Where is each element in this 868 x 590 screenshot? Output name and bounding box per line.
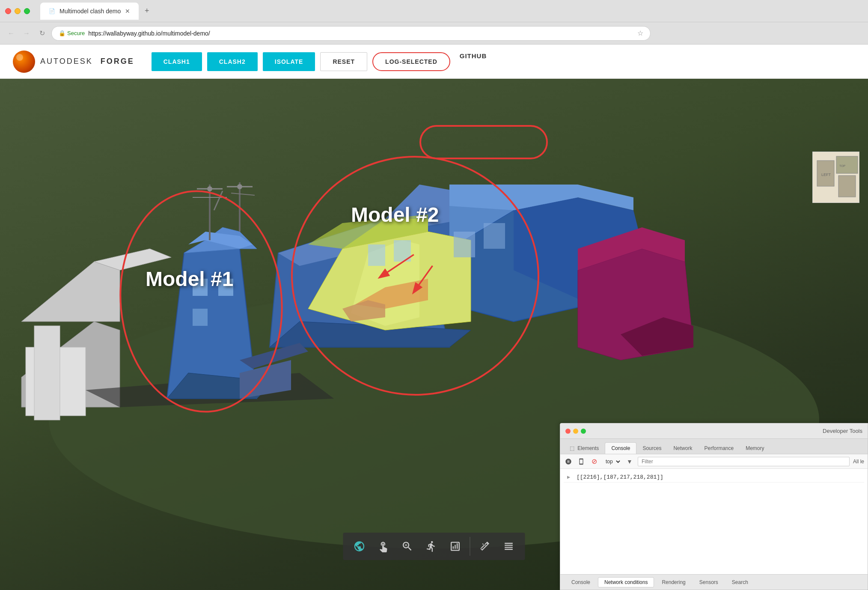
minimize-button[interactable] — [15, 8, 21, 14]
svg-rect-10 — [193, 279, 208, 296]
forge-logo: AUTODESK FORGE — [13, 51, 134, 73]
devtools-title-bar: Developer Tools — [560, 423, 868, 439]
devtools-console: ▶ [[2216],[187,217,218,281]] — [560, 469, 868, 574]
devtools-toolbar: ⊘ top ▼ All le — [560, 454, 868, 469]
clash1-button[interactable]: CLASH1 — [152, 52, 202, 71]
address-input[interactable]: 🔒 Secure https://wallabyway.github.io/mu… — [51, 26, 651, 41]
section-tool[interactable] — [444, 535, 467, 557]
console-arrow: ▶ — [567, 474, 573, 480]
pan-tool[interactable] — [372, 535, 395, 557]
tab-bar: 📄 Multimodel clash demo ✕ + — [40, 3, 863, 20]
svg-rect-41 — [368, 244, 385, 266]
tab-elements-icon: ⬚ — [570, 445, 574, 451]
traffic-lights — [5, 8, 30, 14]
svg-rect-44 — [484, 223, 505, 249]
map-inset: LEFT TOP — [812, 152, 859, 203]
title-bar: 📄 Multimodel clash demo ✕ + — [0, 0, 868, 22]
address-bar: ← → ↻ 🔒 Secure https://wallabyway.github… — [0, 22, 868, 45]
bottom-tab-rendering[interactable]: Rendering — [656, 578, 691, 587]
devtools-bottom-tabs: Console Network conditions Rendering Sen… — [560, 574, 868, 590]
devtools-maximize[interactable] — [581, 429, 586, 434]
maximize-button[interactable] — [24, 8, 30, 14]
toolbar-separator — [470, 537, 470, 556]
tab-console[interactable]: Console — [605, 442, 636, 454]
tab-network[interactable]: Network — [667, 443, 698, 454]
svg-line-36 — [231, 193, 255, 195]
svg-rect-42 — [394, 240, 411, 262]
svg-marker-2 — [21, 262, 120, 322]
walk-tool[interactable] — [420, 535, 443, 557]
devtools-title: Developer Tools — [823, 428, 862, 434]
measure-tool[interactable] — [474, 535, 496, 557]
svg-point-37 — [237, 184, 242, 189]
secure-label: Secure — [67, 30, 85, 36]
dropdown-icon[interactable]: ▼ — [625, 457, 634, 466]
back-button[interactable]: ← — [5, 27, 17, 39]
devtools-panel: Developer Tools ⬚ Elements Console Sourc… — [560, 423, 868, 590]
tab-close-button[interactable]: ✕ — [125, 8, 130, 15]
devtools-tabs: ⬚ Elements Console Sources Network Perfo… — [560, 439, 868, 454]
forward-button[interactable]: → — [21, 27, 33, 39]
mobile-icon[interactable] — [577, 457, 586, 466]
browser-frame: 📄 Multimodel clash demo ✕ + ← → ↻ 🔒 Secu… — [0, 0, 868, 590]
tab-sources[interactable]: Sources — [636, 443, 667, 454]
console-line: ▶ [[2216],[187,217,218,281]] — [564, 472, 864, 483]
viewer-container[interactable]: Model #1 Model #2 LEFT TOP — [0, 79, 868, 590]
svg-rect-5 — [34, 326, 60, 420]
secure-icon: 🔒 Secure — [59, 30, 85, 36]
svg-rect-11 — [218, 279, 233, 296]
tab-title: Multimodel clash demo — [59, 8, 121, 15]
tab-favicon: 📄 — [49, 8, 55, 14]
close-button[interactable] — [5, 8, 11, 14]
devtools-traffic-lights — [565, 429, 586, 434]
bottom-tab-sensors[interactable]: Sensors — [693, 578, 724, 587]
svg-rect-12 — [193, 309, 208, 326]
orbit-tool[interactable] — [348, 535, 371, 557]
console-annotation — [564, 484, 864, 501]
clash2-button[interactable]: CLASH2 — [207, 52, 258, 71]
forge-sphere-icon — [13, 51, 35, 73]
tab-elements[interactable]: ⬚ Elements — [564, 443, 605, 454]
bookmark-icon[interactable]: ☆ — [637, 29, 643, 37]
url-text: https://wallabyway.github.io/multimodel-… — [88, 30, 210, 37]
svg-rect-43 — [454, 232, 475, 257]
svg-line-32 — [214, 191, 223, 210]
browser-tab[interactable]: 📄 Multimodel clash demo ✕ — [40, 3, 139, 20]
devtools-close[interactable] — [565, 429, 571, 434]
no-entry-icon[interactable]: ⊘ — [589, 457, 599, 466]
filter-input[interactable] — [638, 457, 850, 466]
bottom-tab-console[interactable]: Console — [565, 578, 596, 587]
more-tool[interactable] — [498, 535, 520, 557]
tab-performance[interactable]: Performance — [698, 443, 740, 454]
viewer-toolbar — [343, 533, 525, 560]
svg-point-33 — [207, 186, 212, 191]
svg-rect-50 — [838, 176, 856, 197]
autodesk-text: AUTODESK — [40, 57, 93, 66]
tab-memory[interactable]: Memory — [740, 443, 770, 454]
github-link[interactable]: GITHUB — [460, 52, 487, 71]
filter-level-label: All le — [853, 459, 864, 465]
zoom-tool[interactable] — [396, 535, 419, 557]
log-selected-button[interactable]: LOG-SELECTED — [372, 52, 450, 71]
bottom-tab-network-conditions[interactable]: Network conditions — [598, 577, 654, 587]
devtools-minimize[interactable] — [573, 429, 578, 434]
app-content: AUTODESK FORGE CLASH1 CLASH2 ISOLATE RES… — [0, 45, 868, 590]
isolate-button[interactable]: ISOLATE — [263, 52, 315, 71]
reset-button[interactable]: RESET — [320, 52, 367, 71]
context-select[interactable]: top — [602, 457, 621, 466]
forge-brand-text: FORGE — [101, 57, 134, 66]
svg-text:LEFT: LEFT — [821, 173, 831, 177]
inspect-icon[interactable] — [564, 457, 573, 466]
header-buttons: CLASH1 CLASH2 ISOLATE RESET LOG-SELECTED… — [152, 52, 487, 71]
bottom-tab-search[interactable]: Search — [726, 578, 754, 587]
reload-button[interactable]: ↻ — [36, 27, 48, 39]
app-header: AUTODESK FORGE CLASH1 CLASH2 ISOLATE RES… — [0, 45, 868, 79]
svg-text:TOP: TOP — [839, 164, 846, 167]
console-output: [[2216],[187,217,218,281]] — [577, 474, 663, 480]
new-tab-button[interactable]: + — [140, 5, 153, 18]
